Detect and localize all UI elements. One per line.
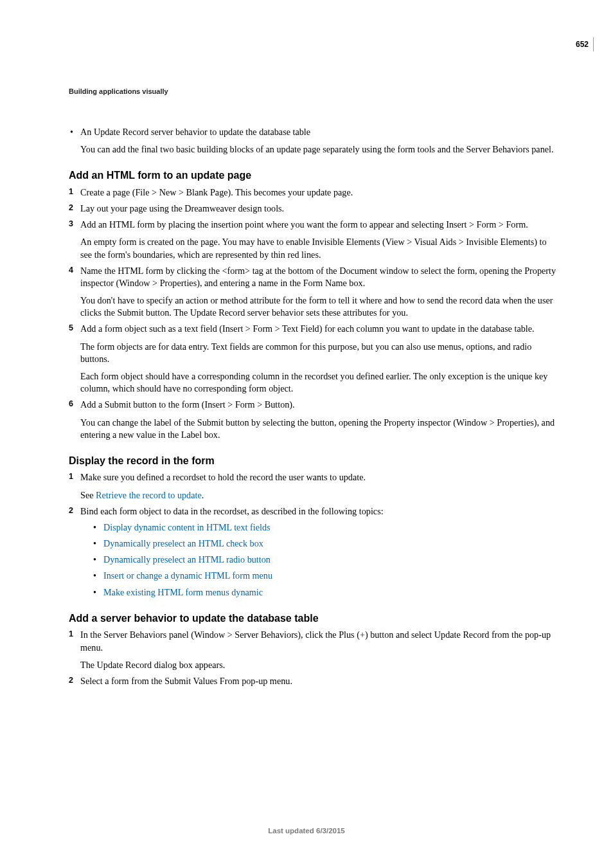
list-item: 2Lay out your page using the Dreamweaver… <box>69 203 557 215</box>
body-text: Add a form object such as a text field (… <box>80 323 535 334</box>
link-display-dynamic-content[interactable]: Display dynamic content in HTML text fie… <box>103 522 271 532</box>
body-text: An Update Record server behavior to upda… <box>80 127 310 137</box>
list-item: Make existing HTML form menus dynamic <box>92 586 557 599</box>
list-item: An Update Record server behavior to upda… <box>69 126 557 156</box>
body-text: Add a Submit button to the form (Insert … <box>80 399 295 410</box>
page-number-rule <box>593 37 594 51</box>
body-text: Lay out your page using the Dreamweaver … <box>80 203 284 213</box>
step-number: 3 <box>69 219 73 230</box>
step-number: 1 <box>69 471 73 482</box>
body-text: You can add the final two basic building… <box>80 143 557 156</box>
list-item: 1In the Server Behaviors panel (Window >… <box>69 629 557 671</box>
step-number: 1 <box>69 629 73 640</box>
page-content: An Update Record server behavior to upda… <box>69 122 557 687</box>
body-text: Add an HTML form by placing the insertio… <box>80 219 528 230</box>
list-item: 1Create a page (File > New > Blank Page)… <box>69 186 557 199</box>
list-item: 1Make sure you defined a recordset to ho… <box>69 471 557 501</box>
step-number: 2 <box>69 505 73 516</box>
list-item: 6Add a Submit button to the form (Insert… <box>69 399 557 441</box>
step-number: 5 <box>69 323 73 334</box>
body-text: Make sure you defined a recordset to hol… <box>80 472 366 482</box>
list-item: Insert or change a dynamic HTML form men… <box>92 570 557 582</box>
running-head: Building applications visually <box>69 87 168 95</box>
body-text: The form objects are for data entry. Tex… <box>80 341 557 365</box>
body-text: In the Server Behaviors panel (Window > … <box>80 629 551 652</box>
step-number: 2 <box>69 203 73 213</box>
body-text: You can change the label of the Submit b… <box>80 417 557 441</box>
body-text: See Retrieve the record to update. <box>80 489 557 502</box>
list-item: Display dynamic content in HTML text fie… <box>92 521 557 534</box>
list-item: Dynamically preselect an HTML check box <box>92 538 557 550</box>
section-heading: Display the record in the form <box>69 454 557 468</box>
list-item: 4Name the HTML form by clicking the <for… <box>69 265 557 320</box>
section-heading: Add an HTML form to an update page <box>69 168 557 183</box>
body-text: Each form object should have a correspon… <box>80 370 557 395</box>
body-text: Create a page (File > New > Blank Page).… <box>80 187 353 197</box>
list-item: 5Add a form object such as a text field … <box>69 323 557 395</box>
body-text: You don't have to specify an action or m… <box>80 294 557 319</box>
body-text: The Update Record dialog box appears. <box>80 659 557 671</box>
link-preselect-radio[interactable]: Dynamically preselect an HTML radio butt… <box>103 554 271 565</box>
body-text: Bind each form object to data in the rec… <box>80 506 384 516</box>
link-existing-menus-dynamic[interactable]: Make existing HTML form menus dynamic <box>103 587 263 597</box>
page-number: 652 <box>576 40 589 49</box>
list-item: 2Bind each form object to data in the re… <box>69 505 557 599</box>
step-number: 4 <box>69 265 73 276</box>
page-footer: Last updated 6/3/2015 <box>0 827 613 835</box>
step-number: 6 <box>69 399 73 410</box>
link-preselect-checkbox[interactable]: Dynamically preselect an HTML check box <box>103 538 263 548</box>
body-text: An empty form is created on the page. Yo… <box>80 236 557 260</box>
list-item: 3Add an HTML form by placing the inserti… <box>69 219 557 261</box>
step-number: 1 <box>69 186 73 197</box>
link-retrieve-record[interactable]: Retrieve the record to update <box>96 490 202 500</box>
step-number: 2 <box>69 675 73 686</box>
section-heading: Add a server behavior to update the data… <box>69 611 557 626</box>
body-text: Name the HTML form by clicking the <form… <box>80 266 556 288</box>
link-insert-change-menu[interactable]: Insert or change a dynamic HTML form men… <box>103 570 272 581</box>
list-item: Dynamically preselect an HTML radio butt… <box>92 554 557 566</box>
body-text: Select a form from the Submit Values Fro… <box>80 676 292 686</box>
list-item: 2Select a form from the Submit Values Fr… <box>69 675 557 687</box>
